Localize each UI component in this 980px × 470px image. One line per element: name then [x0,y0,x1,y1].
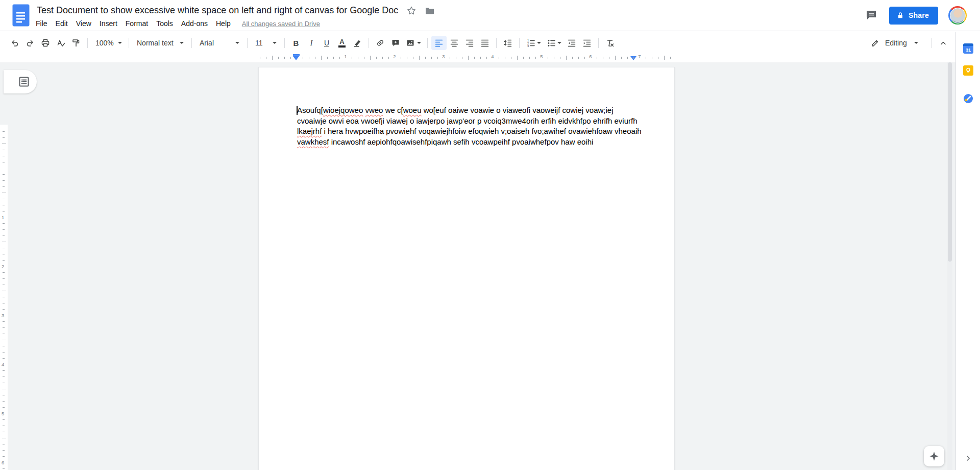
ruler-tick [3,236,5,236]
menu-item-format[interactable]: Format [121,18,152,29]
calendar-icon[interactable]: 31 [963,43,973,54]
menu-item-tools[interactable]: Tools [152,18,177,29]
ruler-tick [523,57,524,59]
share-label: Share [909,11,929,19]
redo-button[interactable] [22,36,38,50]
align-left-button[interactable] [431,36,447,50]
ruler-tick [584,57,585,59]
share-button[interactable]: Share [889,7,938,25]
chevron-down-icon [180,42,184,44]
highlight-color-button[interactable] [350,36,365,50]
ruler-tick [3,456,5,457]
document-line[interactable]: lkaejrhf i hera hvwpoeifha pvowiehf voqa… [297,126,635,137]
menu-item-view[interactable]: View [72,18,95,29]
menu-row: FileEditViewInsertFormatToolsAdd-onsHelp… [32,17,320,30]
ruler-number: 7 [638,54,641,59]
ruler-tick [3,432,5,432]
undo-button[interactable] [7,36,22,50]
ruler-tick [505,57,505,59]
ruler-tick [3,407,5,408]
ruler-tick [3,254,5,254]
docs-logo-icon[interactable] [12,4,30,27]
menu-item-file[interactable]: File [32,18,52,29]
move-to-folder-icon[interactable] [425,6,435,16]
show-outline-button[interactable] [4,70,37,93]
ruler-number: 3 [442,54,445,59]
paint-format-button[interactable] [68,36,84,50]
ruler-tick [3,377,5,377]
star-icon[interactable] [406,6,416,16]
increase-indent-button[interactable] [579,36,595,50]
ruler-tick [3,272,5,273]
text-color-button[interactable]: A [334,36,350,50]
decrease-indent-button[interactable] [564,36,579,50]
menu-item-help[interactable]: Help [212,18,235,29]
ruler-tick [517,56,518,60]
avatar[interactable] [948,6,967,25]
document-page[interactable]: Asoufq[wioejqoweo vweo we c[woeu wo[euf … [258,67,675,470]
ruler-tick [664,56,665,60]
ruler-tick [3,260,5,261]
font-value: Arial [200,39,214,47]
vertical-scrollbar[interactable] [947,62,952,470]
insert-image-button[interactable] [403,36,424,50]
chevron-down-icon [235,42,239,44]
explore-button[interactable] [924,446,944,466]
ruler-number: 2 [2,264,4,269]
document-title[interactable]: Test Document to show excessive white sp… [37,5,398,16]
clear-formatting-button[interactable] [602,36,618,50]
ruler-tick [529,57,530,59]
scrollbar-thumb[interactable] [948,62,952,262]
font-select[interactable]: Arial [195,36,243,50]
zoom-select[interactable]: 100% [91,36,125,50]
editing-mode-select[interactable]: Editing [867,36,928,50]
document-line[interactable]: Asoufq[wioejqoweo vweo we c[woeu wo[euf … [297,105,635,116]
mode-label: Editing [885,39,907,47]
comment-history-icon[interactable] [864,8,879,23]
chevron-right-icon [964,454,972,462]
ruler-tick [2,340,6,340]
save-status[interactable]: All changes saved in Drive [242,20,320,28]
menu-item-insert[interactable]: Insert [95,18,121,29]
add-comment-button[interactable] [388,36,403,50]
paragraph-style-select[interactable]: Normal text [133,36,188,50]
line-spacing-button[interactable] [500,36,516,50]
document-text[interactable]: Asoufq[wioejqoweo vweo we c[woeu wo[euf … [297,105,635,147]
chevron-down-icon [557,42,561,44]
menu-item-edit[interactable]: Edit [52,18,72,29]
ruler-tick [2,389,6,389]
show-side-panel-button[interactable] [962,452,975,465]
ruler-tick [535,57,536,59]
ruler-tick [278,57,279,59]
left-indent-marker[interactable] [293,56,299,60]
numbered-list-button[interactable]: 123 [523,36,544,50]
ruler-number: 3 [2,313,4,318]
ruler-tick [382,57,383,59]
hide-menus-button[interactable] [936,36,951,50]
ruler-tick [260,57,260,59]
align-center-button[interactable] [447,36,462,50]
ruler-tick [3,303,5,303]
ruler-tick [3,248,5,248]
font-size-select[interactable]: 11 [251,36,281,50]
italic-button[interactable]: I [304,36,319,50]
insert-link-button[interactable] [373,36,388,50]
tasks-icon[interactable] [963,93,973,104]
align-right-button[interactable] [462,36,477,50]
ruler-tick [3,352,5,353]
print-button[interactable] [38,36,53,50]
bold-button[interactable]: B [288,36,304,50]
ruler-tick [3,383,5,383]
ruler-tick [499,57,499,59]
menu-item-addons[interactable]: Add-ons [177,18,212,29]
keep-icon[interactable] [963,65,973,76]
justify-button[interactable] [477,36,493,50]
document-line[interactable]: cvoaiwje owvi eoa vwoefji viawej o iawje… [297,116,635,127]
ruler-tick [627,57,628,59]
bulleted-list-button[interactable] [544,36,564,50]
spell-check-button[interactable] [53,36,68,50]
document-line[interactable]: vawkhesf incawoshf aepiohfqoawisehfpiqaw… [297,137,635,148]
underline-button[interactable]: U [319,36,334,50]
ruler-tick [3,401,5,402]
chevron-down-icon [537,42,541,44]
